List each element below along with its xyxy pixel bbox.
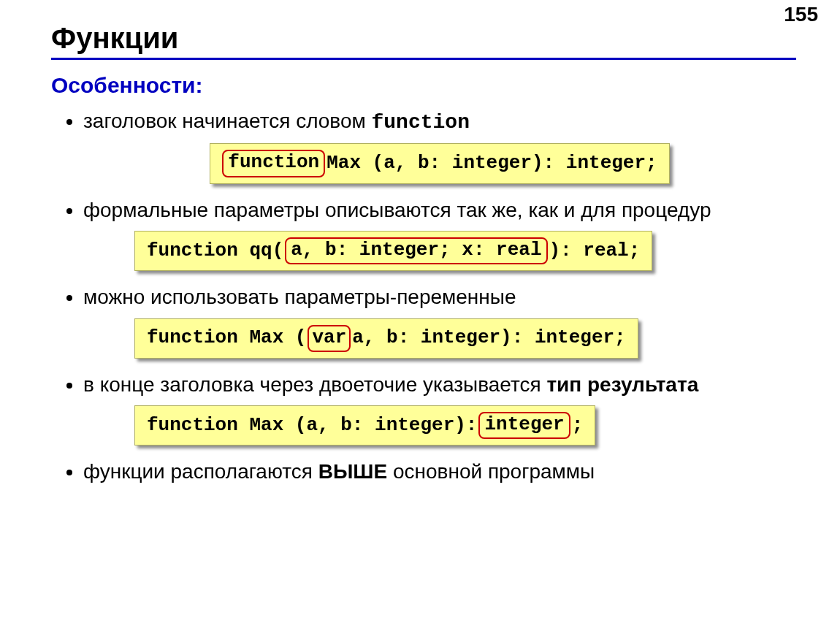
section-subhead: Особенности: xyxy=(51,73,796,98)
page-title: Функции xyxy=(51,22,796,55)
list-item: можно использовать параметры-переменные … xyxy=(83,284,796,359)
bullet-text: формальные параметры описываются так же,… xyxy=(83,199,711,221)
code-text: ; xyxy=(572,413,584,438)
code-text: function Max (a, b: integer): xyxy=(147,413,477,438)
code-text: function qq( xyxy=(147,239,283,264)
code-block: function Max ( var a, b: integer): integ… xyxy=(134,318,638,359)
code-text: ): real; xyxy=(549,239,641,264)
bullet-text: в конце заголовка через двоеточие указыв… xyxy=(83,373,546,396)
bullet-text: функции располагаются xyxy=(83,460,318,483)
bullet-text: можно использовать параметры-переменные xyxy=(83,286,516,308)
bullet-text: заголовок начинается словом xyxy=(83,110,372,132)
code-block: function Max (a, b: integer): integer; xyxy=(210,143,669,183)
list-item: функции располагаются ВЫШЕ основной прог… xyxy=(83,459,796,485)
list-item: заголовок начинается словом function fun… xyxy=(83,108,796,184)
page-number: 155 xyxy=(784,3,818,26)
list-item: формальные параметры описываются так же,… xyxy=(83,197,796,272)
highlighted-params: a, b: integer; x: real xyxy=(285,237,547,264)
bullet-text: основной программы xyxy=(387,460,595,483)
list-item: в конце заголовка через двоеточие указыв… xyxy=(83,372,796,446)
code-block: function qq( a, b: integer; x: real ): r… xyxy=(134,231,652,271)
highlighted-keyword: function xyxy=(222,150,325,177)
bold-text: ВЫШЕ xyxy=(318,460,387,483)
inline-code: function xyxy=(372,111,470,134)
title-underline xyxy=(51,58,796,60)
code-block: function Max (a, b: integer): integer ; xyxy=(134,405,595,445)
feature-list: заголовок начинается словом function fun… xyxy=(51,108,796,486)
highlighted-type: integer xyxy=(478,412,570,439)
code-text: function Max ( xyxy=(147,326,306,351)
bold-text: тип результата xyxy=(546,373,698,396)
code-text: a, b: integer): integer; xyxy=(352,326,625,351)
highlighted-keyword: var xyxy=(308,325,351,352)
code-text: Max (a, b: integer): integer; xyxy=(327,151,657,176)
